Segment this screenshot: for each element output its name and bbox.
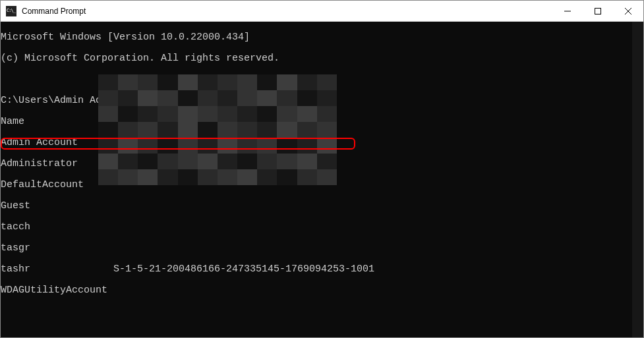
prompt-line: C:\Users\Admin Account>wmic useraccount … <box>1 96 631 106</box>
table-row: Administrator <box>1 159 631 169</box>
command-prompt-window: Command Prompt Microsoft Windows [Versio… <box>0 0 644 338</box>
table-row: tacch <box>1 222 631 233</box>
table-row: tasgr <box>1 243 631 254</box>
prompt-path: C:\Users\Admin Account> <box>1 95 137 106</box>
vertical-scrollbar[interactable] <box>632 22 643 337</box>
table-row: DefaultAccount <box>1 180 631 190</box>
sid-value: S-1-5-21-200486166-247335145-1769094253-… <box>113 264 374 275</box>
banner-line: (c) Microsoft Corporation. All rights re… <box>1 53 631 64</box>
table-row: Admin Account <box>1 138 631 148</box>
maximize-button[interactable] <box>583 1 613 22</box>
close-button[interactable] <box>613 1 643 22</box>
table-row-highlighted: tashr S-1-5-21-200486166-247335145-17690… <box>1 264 631 275</box>
entered-command: wmic useraccount get name, SID <box>137 95 315 106</box>
titlebar[interactable]: Command Prompt <box>1 1 643 22</box>
window-title: Command Prompt <box>22 7 86 16</box>
minimize-button[interactable] <box>552 1 583 22</box>
table-row: Guest <box>1 201 631 211</box>
svg-rect-1 <box>595 8 601 14</box>
table-header: Name SID <box>1 117 631 127</box>
banner-line: Microsoft Windows [Version 10.0.22000.43… <box>1 32 631 43</box>
terminal-area[interactable]: Microsoft Windows [Version 10.0.22000.43… <box>1 22 643 337</box>
cmd-icon <box>6 6 16 16</box>
col-name: Name <box>1 116 24 127</box>
table-row: WDAGUtilityAccount <box>1 285 631 296</box>
terminal-output: Microsoft Windows [Version 10.0.22000.43… <box>1 22 631 337</box>
col-sid: SID <box>113 116 131 127</box>
